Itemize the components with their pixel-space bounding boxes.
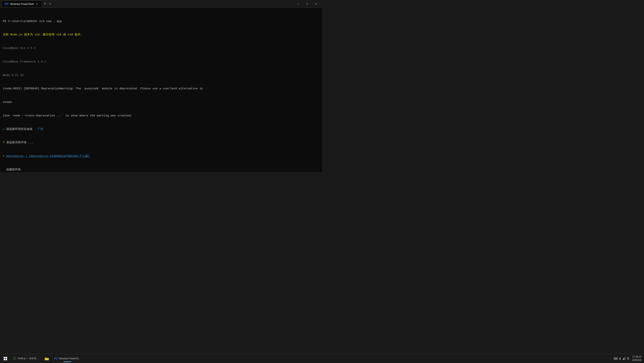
minimize-button[interactable]: — <box>294 1 303 7</box>
cloudbase-framework-version: CloudBase Framework 1.9.7 <box>3 59 319 64</box>
close-button[interactable]: ✕ <box>312 1 320 7</box>
window-controls: — ❐ ✕ <box>294 1 320 7</box>
weda-version: Weda 0.21.14 <box>3 73 319 77</box>
env-option-create-new[interactable]: 创建新环境 <box>3 167 319 172</box>
tab-label: Windows PowerShell <box>10 2 34 5</box>
terminal-output: PS C:\Users\ztm0929> tcb new . app 当前 No… <box>0 8 322 172</box>
tab-close-button[interactable]: ✕ <box>35 2 39 5</box>
trace-deprecation-hint: (Use `node --trace-deprecation ...` to s… <box>3 113 319 118</box>
deprecation-warning-line1: (node:6652) [DEP0040] DeprecationWarning… <box>3 86 319 91</box>
region-selection: ✔ 请选择环境所在地域 · 广州 <box>3 127 319 131</box>
title-bar: PS Windows PowerShell ✕ + ∨ — ❐ ✕ <box>0 0 322 8</box>
tab-dropdown-button[interactable]: ∨ <box>48 1 52 6</box>
env-selection-prompt: ? 请选择关联环境 ... <box>3 140 319 145</box>
maximize-button[interactable]: ❐ <box>303 1 312 7</box>
active-tab[interactable]: PS Windows PowerShell ✕ <box>2 0 42 7</box>
new-tab-button[interactable]: + <box>42 1 48 6</box>
node-version-warning: 当前 Node.js 版本为 v22。建议使用 v16 或 v18 版本。 <box>3 32 319 37</box>
deprecation-warning-line2: stead. <box>3 100 319 104</box>
command-line: PS C:\Users\ztm0929> tcb new . app <box>3 19 319 23</box>
env-option-docusaurus[interactable]: > docusaurus — [docusaurus-1gdmb6pcaf383… <box>3 154 319 158</box>
cloudbase-cli-version: CloudBase CLI 2.5.1 <box>3 46 319 50</box>
powershell-icon: PS <box>5 2 8 5</box>
